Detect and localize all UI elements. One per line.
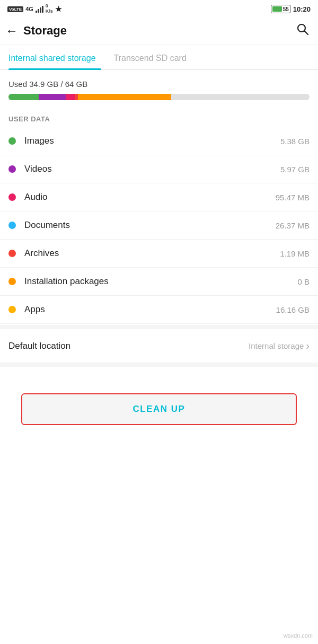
storage-info: Used 34.9 GB / 64 GB bbox=[0, 70, 318, 105]
default-location-row[interactable]: Default location Internal storage › bbox=[0, 325, 318, 367]
cleanup-section: CLEAN UP bbox=[0, 372, 318, 441]
status-right: 55 10:20 bbox=[271, 5, 311, 13]
item-label-images: Images bbox=[24, 136, 280, 146]
list-item-archives[interactable]: Archives 1.19 MB bbox=[0, 240, 318, 268]
signal-4g: 4G bbox=[25, 6, 33, 12]
watermark: wsxdn.com bbox=[284, 632, 313, 639]
bar-audio bbox=[66, 94, 75, 100]
status-left: VoLTE 4G 0K/s ★ bbox=[7, 4, 62, 14]
tab-internal-storage[interactable]: Internal shared storage bbox=[8, 45, 101, 69]
user-data-section-header: USER DATA bbox=[0, 105, 318, 127]
bar-images bbox=[8, 94, 39, 100]
item-label-archives: Archives bbox=[24, 248, 280, 259]
time-display: 10:20 bbox=[293, 5, 311, 13]
storage-items-list: Images 5.38 GB Videos 5.97 GB Audio 95.4… bbox=[0, 127, 318, 324]
dot-audio bbox=[8, 193, 16, 201]
list-item-images[interactable]: Images 5.38 GB bbox=[0, 127, 318, 155]
item-size-archives: 1.19 MB bbox=[280, 249, 310, 258]
chevron-right-icon: › bbox=[306, 340, 310, 352]
default-location-text: Internal storage bbox=[249, 341, 304, 350]
bar-apps bbox=[78, 94, 171, 100]
volte-badge: VoLTE bbox=[7, 6, 23, 12]
default-location-label: Default location bbox=[8, 341, 70, 351]
storage-bar bbox=[8, 94, 310, 100]
data-speed: 0K/s bbox=[46, 4, 53, 14]
bluetooth-icon: ★ bbox=[55, 5, 62, 13]
back-button[interactable]: ← bbox=[5, 23, 18, 38]
cleanup-button[interactable]: CLEAN UP bbox=[21, 393, 297, 425]
search-icon[interactable] bbox=[296, 22, 310, 39]
dot-installation-packages bbox=[8, 278, 16, 285]
tab-sdcard[interactable]: Transcend SD card bbox=[114, 45, 192, 69]
dot-videos bbox=[8, 165, 16, 173]
item-size-images: 5.38 GB bbox=[280, 137, 310, 146]
battery-icon-outline: 55 bbox=[271, 5, 290, 13]
item-label-audio: Audio bbox=[24, 192, 276, 202]
item-label-videos: Videos bbox=[24, 164, 280, 174]
item-label-installation-packages: Installation packages bbox=[24, 276, 297, 287]
item-label-apps: Apps bbox=[24, 304, 276, 315]
item-size-audio: 95.47 MB bbox=[276, 193, 310, 202]
item-size-apps: 16.16 GB bbox=[276, 305, 310, 314]
signal-icon bbox=[36, 5, 43, 13]
item-size-documents: 26.37 MB bbox=[276, 221, 310, 230]
page-title: Storage bbox=[23, 24, 67, 38]
item-size-videos: 5.97 GB bbox=[280, 165, 310, 174]
item-size-installation-packages: 0 B bbox=[297, 277, 310, 286]
default-location-value: Internal storage › bbox=[249, 340, 310, 352]
list-item-audio[interactable]: Audio 95.47 MB bbox=[0, 183, 318, 211]
item-label-documents: Documents bbox=[24, 220, 276, 231]
header: ← Storage bbox=[0, 17, 318, 45]
status-bar: VoLTE 4G 0K/s ★ 55 10:20 bbox=[0, 0, 318, 17]
dot-images bbox=[8, 137, 16, 145]
header-left: ← Storage bbox=[5, 23, 67, 38]
list-item-documents[interactable]: Documents 26.37 MB bbox=[0, 211, 318, 240]
bar-videos bbox=[39, 94, 66, 100]
storage-used-text: Used 34.9 GB / 64 GB bbox=[8, 80, 310, 89]
dot-documents bbox=[8, 222, 16, 229]
dot-apps bbox=[8, 306, 16, 313]
dot-archives bbox=[8, 250, 16, 257]
list-item-installation-packages[interactable]: Installation packages 0 B bbox=[0, 268, 318, 296]
tabs-bar: Internal shared storage Transcend SD car… bbox=[0, 45, 318, 70]
svg-line-1 bbox=[305, 31, 308, 35]
list-item-videos[interactable]: Videos 5.97 GB bbox=[0, 155, 318, 183]
list-item-apps[interactable]: Apps 16.16 GB bbox=[0, 296, 318, 324]
battery-percent: 55 bbox=[283, 6, 289, 12]
